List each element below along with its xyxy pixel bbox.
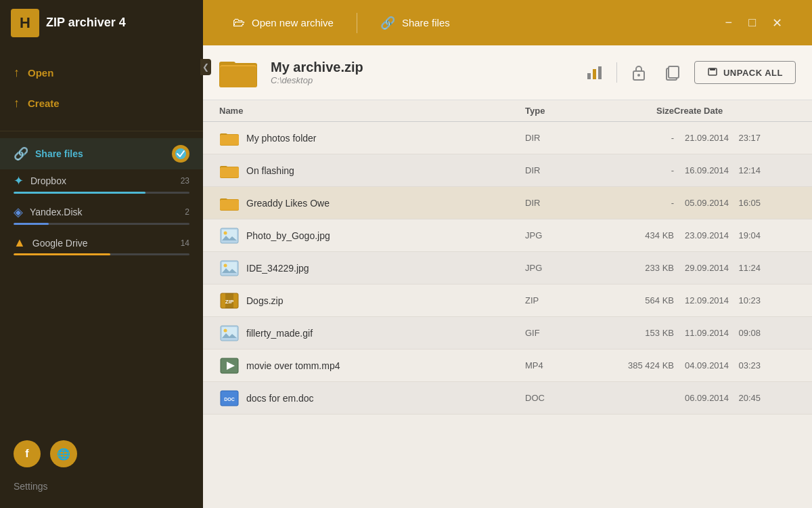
file-name-cell: On flashing bbox=[219, 161, 525, 180]
app-branding: H ZIP archiver 4 bbox=[0, 0, 203, 45]
folder-open-icon: 🗁 bbox=[233, 16, 245, 30]
settings-link[interactable]: Settings bbox=[14, 478, 189, 494]
table-row[interactable]: On flashing DIR - 16.09.2014 12:14 bbox=[203, 154, 812, 187]
sidebar-divider-1 bbox=[0, 131, 203, 131]
file-name-cell: IDE_34229.jpg bbox=[219, 259, 525, 278]
file-name-cell: ZIP Dogs.zip bbox=[219, 291, 525, 310]
file-name: fillerty_made.gif bbox=[246, 328, 313, 339]
social-buttons: f 🌐 bbox=[14, 440, 189, 467]
svg-rect-5 bbox=[587, 73, 591, 79]
sidebar-item-yandex[interactable]: ◈ Yandex.Disk 2 bbox=[0, 200, 203, 232]
file-name: On flashing bbox=[246, 165, 294, 176]
close-button[interactable]: ✕ bbox=[767, 13, 788, 33]
website-button[interactable]: 🌐 bbox=[50, 440, 77, 467]
table-row[interactable]: Photo_by_Gogo.jpg JPG 434 KB 23.09.2014 … bbox=[203, 219, 812, 252]
title-bar-center: 🗁 Open new archive 🔗 Share files − □ ✕ bbox=[203, 10, 812, 36]
yandex-progress-bar bbox=[14, 223, 189, 225]
lock-icon bbox=[631, 64, 646, 81]
col-type: Type bbox=[525, 106, 593, 116]
table-row[interactable]: fillerty_made.gif GIF 153 KB 11.09.2014 … bbox=[203, 317, 812, 350]
open-icon: ↑ bbox=[14, 66, 20, 80]
file-type: ZIP bbox=[525, 295, 593, 305]
file-type: DIR bbox=[525, 198, 593, 208]
table-row[interactable]: IDE_34229.jpg JPG 233 KB 29.09.2014 11:2… bbox=[203, 252, 812, 284]
file-type: GIF bbox=[525, 328, 593, 338]
file-name-cell: movie over tomm.mp4 bbox=[219, 356, 525, 375]
unpack-icon bbox=[707, 67, 718, 78]
yandex-icon: ◈ bbox=[14, 205, 23, 219]
file-name-cell: Greaddy Likes Owe bbox=[219, 194, 525, 213]
svg-rect-13 bbox=[710, 68, 715, 70]
gdrive-icon: ▲ bbox=[14, 236, 26, 250]
gdrive-progress-fill bbox=[14, 253, 110, 255]
yandex-label: Yandex.Disk bbox=[30, 207, 178, 217]
archive-name: My archive.zip bbox=[271, 60, 569, 75]
share-files-button[interactable]: 🔗 Share files bbox=[364, 10, 466, 36]
file-name: Dogs.zip bbox=[246, 295, 283, 306]
file-name: My photos folder bbox=[246, 133, 317, 144]
app-title: ZIP archiver 4 bbox=[46, 16, 126, 30]
svg-rect-6 bbox=[593, 69, 596, 79]
col-size: Size bbox=[593, 106, 674, 116]
dropbox-progress-bar bbox=[14, 192, 189, 194]
yandex-progress-fill bbox=[14, 223, 49, 225]
file-date: 12.09.2014 10:23 bbox=[674, 295, 796, 305]
action-divider-1 bbox=[616, 62, 617, 83]
lock-button[interactable] bbox=[627, 60, 651, 85]
file-size: 434 KB bbox=[593, 230, 674, 240]
svg-text:DOC: DOC bbox=[224, 397, 235, 402]
main-content: ❮ ↑ Open ↑ Create 🔗 Share files ✦ bbox=[0, 45, 812, 508]
table-row[interactable]: Greaddy Likes Owe DIR - 05.09.2014 16:05 bbox=[203, 187, 812, 219]
table-row[interactable]: My photos folder DIR - 21.09.2014 23:17 bbox=[203, 122, 812, 154]
file-name: movie over tomm.mp4 bbox=[246, 360, 340, 371]
sidebar-item-dropbox[interactable]: ✦ Dropbox 23 bbox=[0, 169, 203, 200]
file-type: DIR bbox=[525, 133, 593, 143]
file-icon-folder bbox=[219, 129, 240, 148]
file-size: 153 KB bbox=[593, 328, 674, 338]
copy-icon bbox=[663, 63, 682, 82]
open-archive-button[interactable]: 🗁 Open new archive bbox=[217, 10, 350, 35]
copy-button[interactable] bbox=[660, 60, 685, 85]
file-name: Greaddy Likes Owe bbox=[246, 198, 330, 209]
dropbox-progress-fill bbox=[14, 192, 145, 194]
file-size: 385 424 KB bbox=[593, 360, 674, 371]
sidebar-bottom: f 🌐 Settings bbox=[0, 427, 203, 508]
facebook-button[interactable]: f bbox=[14, 440, 41, 467]
table-row[interactable]: ZIP Dogs.zip ZIP 564 KB 12.09.2014 10:23 bbox=[203, 284, 812, 317]
file-date: 21.09.2014 23:17 bbox=[674, 133, 796, 143]
stats-button[interactable] bbox=[583, 60, 607, 85]
sidebar-item-share-files[interactable]: 🔗 Share files bbox=[0, 138, 203, 169]
file-table: Name Type Size Create Date My photos fol… bbox=[203, 100, 812, 508]
col-name: Name bbox=[219, 106, 525, 116]
open-archive-label: Open new archive bbox=[252, 17, 334, 28]
sidebar-item-gdrive[interactable]: ▲ Google Drive 14 bbox=[0, 232, 203, 262]
table-row[interactable]: movie over tomm.mp4 MP4 385 424 KB 04.09… bbox=[203, 350, 812, 382]
file-name-cell: DOC docs for em.doc bbox=[219, 389, 525, 408]
file-date: 29.09.2014 11:24 bbox=[674, 263, 796, 273]
file-date: 06.09.2014 20:45 bbox=[674, 393, 796, 403]
create-label: Create bbox=[28, 98, 60, 109]
right-panel: My archive.zip C:\desktop bbox=[203, 45, 812, 508]
sidebar-item-create[interactable]: ↑ Create bbox=[0, 88, 203, 119]
minimize-button[interactable]: − bbox=[720, 13, 738, 33]
table-row[interactable]: DOC docs for em.doc DOC 06.09.2014 20:45 bbox=[203, 382, 812, 415]
share-files-sidebar-label: Share files bbox=[35, 148, 83, 159]
open-label: Open bbox=[28, 67, 53, 79]
svg-text:ZIP: ZIP bbox=[225, 299, 234, 305]
file-icon-folder bbox=[219, 161, 240, 180]
file-size: - bbox=[593, 165, 674, 175]
table-header: Name Type Size Create Date bbox=[203, 100, 812, 122]
file-name-cell: Photo_by_Gogo.jpg bbox=[219, 226, 525, 245]
sidebar-item-open[interactable]: ↑ Open bbox=[0, 58, 203, 88]
file-name: IDE_34229.jpg bbox=[246, 263, 309, 274]
file-name: docs for em.doc bbox=[246, 393, 314, 404]
archive-folder-icon bbox=[219, 56, 257, 89]
file-icon-image bbox=[219, 324, 240, 343]
file-icon-folder bbox=[219, 194, 240, 213]
maximize-button[interactable]: □ bbox=[743, 13, 761, 33]
sidebar-collapse-button[interactable]: ❮ bbox=[200, 59, 211, 75]
unpack-label: UNPACK ALL bbox=[723, 68, 783, 78]
app-logo: H bbox=[11, 9, 39, 37]
file-date: 04.09.2014 03:23 bbox=[674, 360, 796, 371]
unpack-all-button[interactable]: UNPACK ALL bbox=[694, 61, 796, 84]
